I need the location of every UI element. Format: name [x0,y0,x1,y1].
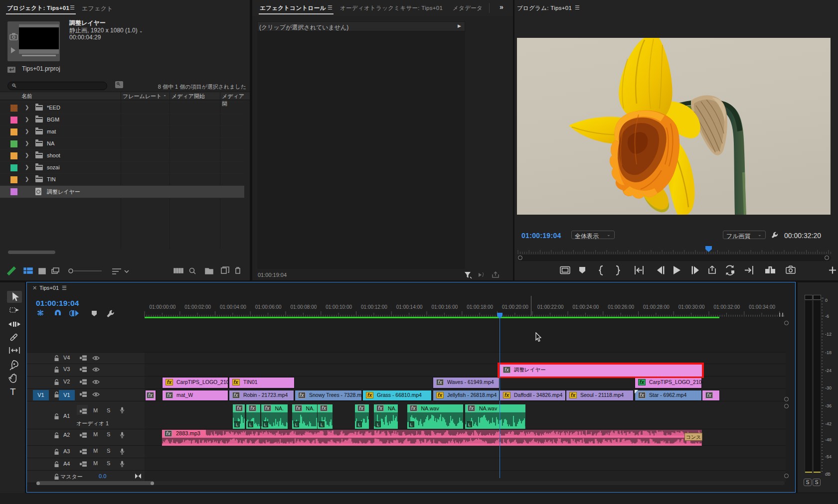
svg-text:T: T [10,386,16,397]
